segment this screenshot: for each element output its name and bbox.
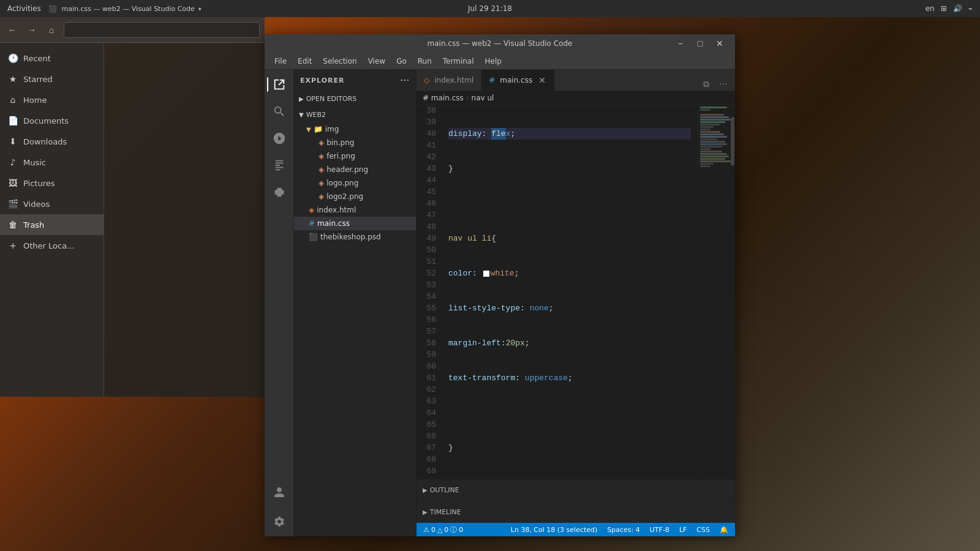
sidebar-item-music[interactable]: ♪ Music: [0, 152, 104, 173]
open-editors-section: ▶ OPEN EDITORS: [294, 91, 416, 107]
activities-button[interactable]: Activities: [7, 4, 41, 13]
sidebar-item-recent[interactable]: 🕐 Recent: [0, 48, 104, 69]
menu-edit[interactable]: Edit: [293, 54, 317, 68]
status-line-ending[interactable]: LF: [677, 526, 688, 534]
menu-terminal[interactable]: Terminal: [438, 54, 479, 68]
open-editors-header[interactable]: ▶ OPEN EDITORS: [294, 91, 416, 107]
position-text: Ln 38, Col 18 (3 selected): [511, 526, 598, 534]
vscode-label[interactable]: ⬛ main.css — web2 — Visual Studio Code ▾: [48, 4, 202, 13]
activity-account[interactable]: [267, 480, 292, 504]
file-feri-png[interactable]: ◈ feri.png: [294, 149, 416, 163]
breadcrumb-symbol[interactable]: nav ul: [472, 94, 494, 102]
breadcrumb: # main.css › nav ul: [417, 91, 735, 105]
file-index-label: index.html: [317, 206, 356, 214]
minimize-button[interactable]: −: [673, 37, 688, 50]
sidebar-item-home[interactable]: ⌂ Home: [0, 89, 104, 110]
folder-img[interactable]: ▼ 📁 img: [294, 122, 416, 136]
file-logo-png[interactable]: ◈ logo.png: [294, 176, 416, 190]
topbar-icon-1[interactable]: ⊞: [941, 4, 947, 13]
outline-panel[interactable]: ▶ OUTLINE: [417, 479, 735, 501]
file-psd[interactable]: ⬛ thebikeshop.psd: [294, 230, 416, 244]
sidebar-item-other[interactable]: + Other Loca...: [0, 235, 104, 256]
menu-run[interactable]: Run: [413, 54, 437, 68]
file-logo2-png[interactable]: ◈ logo2.png: [294, 190, 416, 203]
file-main-css[interactable]: # main.css: [294, 217, 416, 230]
timeline-label: TIMELINE: [430, 508, 461, 516]
titlebar-buttons: − □ ✕: [673, 37, 728, 50]
menu-view[interactable]: View: [363, 54, 390, 68]
code-line-46: [448, 407, 691, 419]
file-logo-label: logo.png: [326, 179, 358, 187]
more-actions-button[interactable]: ···: [717, 77, 730, 91]
restore-button[interactable]: □: [692, 37, 708, 50]
activity-search[interactable]: [267, 99, 292, 124]
tab-close-button[interactable]: ✕: [537, 75, 547, 85]
scrollbar-track[interactable]: [730, 105, 735, 479]
menu-file[interactable]: File: [270, 54, 292, 68]
status-language[interactable]: CSS: [695, 526, 712, 534]
code-line-42: color: white;: [448, 268, 691, 279]
minimap: [698, 105, 735, 479]
activity-git[interactable]: [267, 126, 292, 151]
warning-icon: △: [437, 526, 442, 534]
encoding-text: UTF-8: [650, 526, 669, 534]
timeline-panel[interactable]: ▶ TIMELINE: [417, 501, 735, 523]
topbar: Activities ⬛ main.css — web2 — Visual St…: [0, 0, 980, 17]
sidebar-item-pictures[interactable]: 🖼 Pictures: [0, 173, 104, 193]
tab-index-html[interactable]: ◇ index.html: [417, 70, 481, 91]
status-position[interactable]: Ln 38, Col 18 (3 selected): [509, 526, 600, 534]
web2-label: WEB2: [306, 111, 326, 119]
status-errors[interactable]: ⚠ 0 △ 0 ⓘ 0: [421, 525, 465, 534]
code-line-38: display: flex;: [448, 128, 691, 140]
file-bin-png[interactable]: ◈ bin.png: [294, 136, 416, 149]
tab-index-icon: ◇: [424, 76, 429, 84]
line-ending-text: LF: [679, 526, 687, 534]
pictures-icon: 🖼: [7, 178, 18, 188]
home-icon: ⌂: [7, 95, 18, 105]
sidebar-item-videos[interactable]: 🎬 Videos: [0, 193, 104, 214]
explorer-more-button[interactable]: ···: [400, 77, 410, 84]
vscode-body: EXPLORER ··· ▶ OPEN EDITORS ▼ WEB2 ▼: [265, 70, 735, 536]
topbar-icon-3[interactable]: ⌁: [968, 4, 973, 13]
sidebar-item-starred[interactable]: ★ Starred: [0, 69, 104, 89]
file-index-html[interactable]: ◈ index.html: [294, 203, 416, 217]
activity-extensions[interactable]: [267, 180, 292, 204]
activity-debug[interactable]: [267, 153, 292, 178]
status-notifications[interactable]: 🔔: [718, 526, 730, 534]
close-button[interactable]: ✕: [712, 37, 728, 50]
locale-indicator[interactable]: en: [925, 4, 935, 13]
sidebar-item-trash[interactable]: 🗑 Trash: [0, 214, 104, 235]
editor-panel-icons: ⧉ ···: [695, 77, 735, 91]
folder-img-icon: 📁: [314, 125, 323, 133]
fm-forward-button[interactable]: →: [24, 23, 39, 37]
activity-explorer[interactable]: [267, 72, 292, 97]
menu-selection[interactable]: Selection: [318, 54, 361, 68]
tab-bar: ◇ index.html # main.css ✕ ⧉ ···: [417, 70, 735, 91]
tab-main-css[interactable]: # main.css ✕: [481, 70, 555, 91]
menu-help[interactable]: Help: [480, 54, 507, 68]
outline-label: OUTLINE: [430, 486, 459, 494]
sidebar-item-downloads[interactable]: ⬇ Downloads: [0, 131, 104, 152]
editor-area: ◇ index.html # main.css ✕ ⧉ ··· # main.c…: [417, 70, 735, 536]
code-line-39: }: [448, 163, 691, 174]
status-bar: ⚠ 0 △ 0 ⓘ 0 Ln 38, Col 18 (3 selected) S…: [417, 523, 735, 536]
fm-home-button[interactable]: ⌂: [44, 23, 59, 37]
vscode-menubar: File Edit Selection View Go Run Terminal…: [265, 53, 735, 70]
fm-back-button[interactable]: ←: [5, 23, 20, 37]
file-header-png[interactable]: ◈ header.png: [294, 163, 416, 176]
activity-settings[interactable]: [267, 509, 292, 534]
split-editor-button[interactable]: ⧉: [699, 77, 713, 91]
status-spaces[interactable]: Spaces: 4: [605, 526, 641, 534]
code-editor[interactable]: display: flex; } nav ul li{ color: white…: [441, 105, 698, 479]
web2-header[interactable]: ▼ WEB2: [294, 107, 416, 122]
menu-go[interactable]: Go: [391, 54, 412, 68]
explorer-header: EXPLORER ···: [294, 70, 416, 91]
file-psd-icon: ⬛: [309, 233, 318, 241]
scrollbar-thumb[interactable]: [731, 117, 734, 166]
status-encoding[interactable]: UTF-8: [648, 526, 671, 534]
breadcrumb-file[interactable]: # main.css: [423, 94, 464, 102]
topbar-icon-2[interactable]: 🔊: [953, 4, 962, 13]
fm-path-bar[interactable]: [64, 22, 260, 38]
sidebar-item-documents[interactable]: 📄 Documents: [0, 110, 104, 131]
vscode-title: main.css — web2 — Visual Studio Code: [428, 39, 573, 48]
